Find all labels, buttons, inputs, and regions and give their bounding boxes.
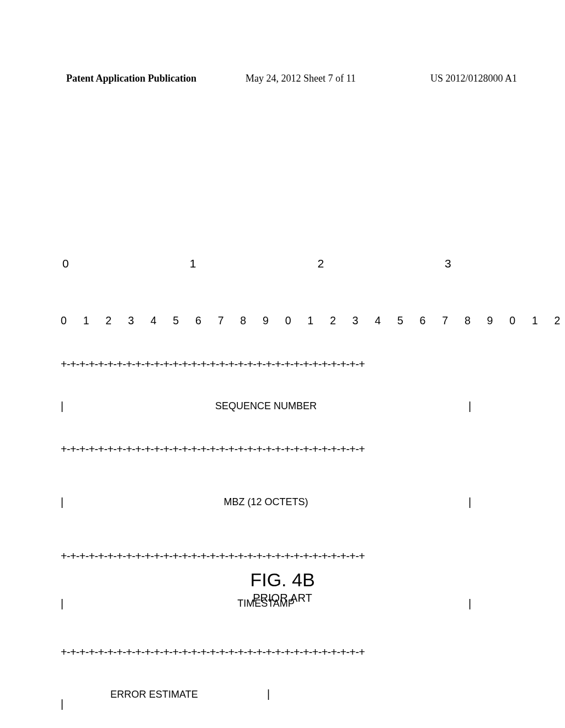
field-label: ERROR ESTIMATE bbox=[110, 689, 198, 700]
field-label: SEQUENCE NUMBER bbox=[63, 400, 468, 412]
figure-number: FIG. 4B bbox=[0, 569, 565, 591]
ruler-line: +-+-+-+-+-+-+-+-+-+-+-+-+-+-+-+-+-+-+-+-… bbox=[61, 646, 471, 658]
bar-icon: | bbox=[468, 400, 471, 412]
field-mbz-12: | MBZ (12 OCTETS) | bbox=[61, 485, 471, 519]
bar-icon: | bbox=[468, 496, 471, 508]
bar-icon: | bbox=[267, 688, 270, 700]
bar-icon: | bbox=[61, 698, 63, 710]
field-label: MBZ (12 OCTETS) bbox=[63, 496, 468, 508]
figure-caption: FIG. 4B PRIOR ART bbox=[0, 569, 565, 604]
header-right: US 2012/0128000 A1 bbox=[430, 73, 517, 84]
ruler-line: +-+-+-+-+-+-+-+-+-+-+-+-+-+-+-+-+-+-+-+-… bbox=[61, 358, 471, 370]
packet-diagram: 0123 0 1 2 3 4 5 6 7 8 9 0 1 2 3 4 5 6 7… bbox=[61, 214, 471, 728]
figure-subtitle: PRIOR ART bbox=[0, 592, 565, 604]
header-left: Patent Application Publication bbox=[66, 73, 196, 84]
bit-group-2: 2 bbox=[317, 257, 324, 270]
bit-group-row: 0123 bbox=[61, 244, 471, 283]
header-mid: May 24, 2012 Sheet 7 of 11 bbox=[246, 73, 356, 84]
bit-group-0: 0 bbox=[62, 257, 69, 270]
field-sequence-number: | SEQUENCE NUMBER | bbox=[61, 400, 471, 412]
field-error-estimate: | ERROR ESTIMATE | | bbox=[61, 688, 471, 700]
ruler-line: +-+-+-+-+-+-+-+-+-+-+-+-+-+-+-+-+-+-+-+-… bbox=[61, 550, 471, 562]
bit-group-1: 1 bbox=[190, 257, 196, 270]
bit-group-3: 3 bbox=[445, 257, 451, 270]
bit-numbers: 0 1 2 3 4 5 6 7 8 9 0 1 2 3 4 5 6 7 8 9 … bbox=[61, 314, 471, 327]
ruler-line: +-+-+-+-+-+-+-+-+-+-+-+-+-+-+-+-+-+-+-+-… bbox=[61, 443, 471, 455]
